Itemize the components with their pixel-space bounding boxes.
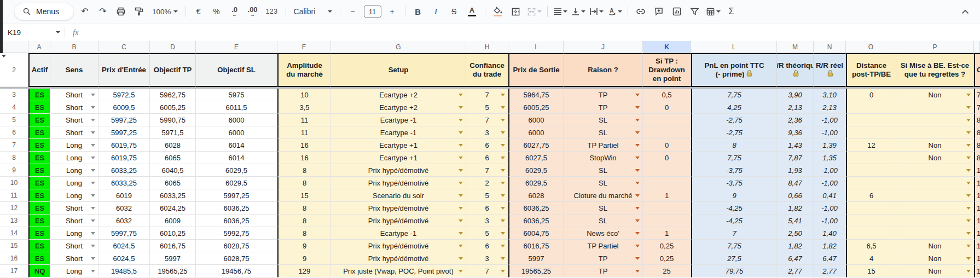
cell-N6[interactable]: -1,00 bbox=[814, 126, 846, 139]
cell-A6[interactable]: ES bbox=[28, 126, 50, 139]
cell-J12[interactable]: SL bbox=[564, 202, 643, 215]
cell-O13[interactable] bbox=[846, 215, 896, 227]
cell-O16[interactable]: 4 bbox=[846, 252, 896, 265]
cell-X16[interactable]: 1 bbox=[974, 252, 980, 265]
cell-H8[interactable]: 6 bbox=[466, 152, 508, 164]
cell-C3[interactable]: 5972,5 bbox=[98, 89, 150, 101]
column-header-J[interactable]: J bbox=[564, 41, 643, 53]
cell-C9[interactable]: 6033,25 bbox=[98, 164, 150, 177]
cell-F10[interactable]: 8 bbox=[277, 177, 331, 189]
decrease-font-size-button[interactable]: − bbox=[346, 4, 360, 19]
cell-C11[interactable]: 6019 bbox=[98, 189, 150, 202]
header-cell-G[interactable]: Setup bbox=[331, 53, 466, 87]
cell-dropdown-icon[interactable] bbox=[635, 94, 640, 99]
cell-K5[interactable] bbox=[643, 114, 691, 126]
column-header-A[interactable]: A bbox=[28, 41, 50, 53]
cell-J11[interactable]: Cloture du marché bbox=[564, 189, 643, 202]
cell-I4[interactable]: 6005,25 bbox=[508, 101, 564, 114]
cell-G8[interactable]: Ecartype +1 bbox=[331, 152, 466, 164]
row-header-12[interactable]: 12 bbox=[0, 202, 28, 215]
cell-X10[interactable]: 1 bbox=[974, 177, 980, 189]
cell-M4[interactable]: 2,13 bbox=[777, 101, 814, 114]
cell-J3[interactable]: TP bbox=[564, 89, 643, 101]
row-header-3[interactable]: 3 bbox=[0, 89, 28, 101]
cell-K15[interactable]: 0,25 bbox=[643, 240, 691, 252]
cell-dropdown-icon[interactable] bbox=[91, 257, 95, 262]
cell-dropdown-icon[interactable] bbox=[501, 119, 505, 124]
cell-G5[interactable]: Ecartype -1 bbox=[331, 114, 466, 126]
cell-K13[interactable] bbox=[643, 215, 691, 227]
cell-A9[interactable]: ES bbox=[28, 164, 50, 177]
cell-O10[interactable] bbox=[846, 177, 896, 189]
cell-J10[interactable]: SL bbox=[564, 177, 643, 189]
cell-N16[interactable]: 6,47 bbox=[814, 252, 846, 265]
cell-B10[interactable]: Long bbox=[50, 177, 98, 189]
cell-M15[interactable]: 1,82 bbox=[777, 240, 814, 252]
cell-H15[interactable]: 6 bbox=[466, 240, 508, 252]
cell-M16[interactable]: 6,47 bbox=[777, 252, 814, 265]
cell-O7[interactable]: 12 bbox=[846, 139, 896, 152]
borders-button[interactable] bbox=[509, 4, 523, 19]
cell-dropdown-icon[interactable] bbox=[635, 106, 640, 111]
cell-P7[interactable]: Non bbox=[896, 139, 974, 152]
cell-E12[interactable]: 6036,25 bbox=[196, 202, 277, 215]
cell-dropdown-icon[interactable] bbox=[91, 219, 95, 224]
cell-H6[interactable]: 3 bbox=[466, 126, 508, 139]
cell-B14[interactable]: Long bbox=[50, 227, 98, 240]
cell-dropdown-icon[interactable] bbox=[501, 207, 505, 212]
cell-H16[interactable]: 3 bbox=[466, 252, 508, 265]
cell-A13[interactable]: ES bbox=[28, 215, 50, 227]
cell-dropdown-icon[interactable] bbox=[966, 207, 971, 212]
cell-K11[interactable]: 1 bbox=[643, 189, 691, 202]
cell-I17[interactable]: 19565,25 bbox=[508, 265, 564, 277]
cell-X14[interactable]: 1 bbox=[974, 227, 980, 240]
merge-cells-button[interactable] bbox=[527, 4, 542, 19]
cell-P17[interactable]: Non bbox=[896, 265, 974, 277]
header-cell-E[interactable]: Objectif SL bbox=[196, 53, 277, 87]
cell-dropdown-icon[interactable] bbox=[501, 257, 505, 262]
row-header-15[interactable]: 15 bbox=[0, 240, 28, 252]
increase-font-size-button[interactable]: + bbox=[385, 4, 399, 19]
cell-F14[interactable]: 8 bbox=[277, 227, 331, 240]
cell-dropdown-icon[interactable] bbox=[635, 131, 640, 136]
cell-dropdown-icon[interactable] bbox=[501, 106, 505, 111]
cell-L16[interactable]: 27,5 bbox=[691, 252, 777, 265]
create-filter-button[interactable] bbox=[688, 4, 702, 19]
collapse-toolbar-button[interactable] bbox=[958, 4, 972, 19]
cell-A17[interactable]: NQ bbox=[28, 265, 50, 277]
cell-dropdown-icon[interactable] bbox=[966, 245, 971, 250]
cell-J6[interactable]: SL bbox=[564, 126, 643, 139]
cell-X11[interactable]: 1 bbox=[974, 189, 980, 202]
cell-G13[interactable]: Prix hypé/démotivé bbox=[331, 215, 466, 227]
cell-D7[interactable]: 6028 bbox=[150, 139, 196, 152]
row-header-2[interactable]: 2 bbox=[0, 53, 28, 87]
header-cell-J[interactable]: Raison ? bbox=[564, 53, 643, 87]
cell-G4[interactable]: Ecartype +2 bbox=[331, 101, 466, 114]
cell-K16[interactable]: 0,25 bbox=[643, 252, 691, 265]
cell-K7[interactable]: 0 bbox=[643, 139, 691, 152]
cell-dropdown-icon[interactable] bbox=[635, 270, 640, 275]
cell-H3[interactable]: 7 bbox=[466, 89, 508, 101]
cell-I12[interactable]: 6036,25 bbox=[508, 202, 564, 215]
cell-X17[interactable]: 1 bbox=[974, 265, 980, 277]
cell-dropdown-icon[interactable] bbox=[966, 270, 971, 275]
cell-J7[interactable]: TP Partiel bbox=[564, 139, 643, 152]
cell-L15[interactable]: 7,75 bbox=[691, 240, 777, 252]
cell-I6[interactable]: 6000 bbox=[508, 126, 564, 139]
cell-C12[interactable]: 6032 bbox=[98, 202, 150, 215]
cell-dropdown-icon[interactable] bbox=[635, 257, 640, 262]
cell-dropdown-icon[interactable] bbox=[459, 270, 463, 275]
cell-C5[interactable]: 5997,25 bbox=[98, 114, 150, 126]
cell-dropdown-icon[interactable] bbox=[966, 169, 971, 174]
cell-B9[interactable]: Long bbox=[50, 164, 98, 177]
row-header-8[interactable]: 8 bbox=[0, 152, 28, 164]
cell-G12[interactable]: Prix hypé/démotivé bbox=[331, 202, 466, 215]
text-rotation-button[interactable]: A bbox=[607, 4, 622, 19]
cell-E6[interactable]: 6000 bbox=[196, 126, 277, 139]
cell-K9[interactable] bbox=[643, 164, 691, 177]
cell-dropdown-icon[interactable] bbox=[635, 144, 640, 149]
cell-I11[interactable]: 6028 bbox=[508, 189, 564, 202]
cell-B5[interactable]: Short bbox=[50, 114, 98, 126]
cell-B6[interactable]: Short bbox=[50, 126, 98, 139]
cell-P14[interactable] bbox=[896, 227, 974, 240]
